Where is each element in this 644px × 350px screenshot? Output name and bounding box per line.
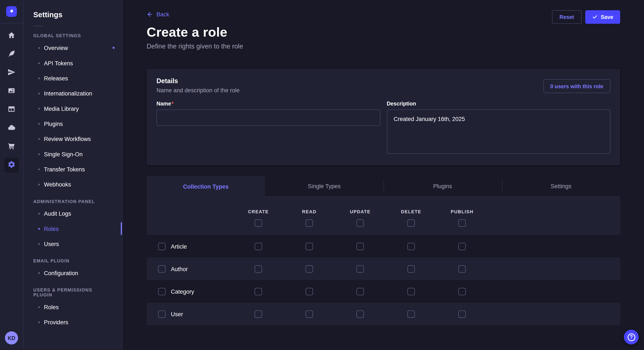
checkbox-article-update[interactable] (356, 243, 364, 250)
row-label: Category (171, 288, 194, 295)
sidebar-item-webhooks[interactable]: Webhooks (24, 177, 122, 192)
checkbox-select-all-update[interactable] (356, 219, 364, 227)
checkbox-author-delete[interactable] (408, 265, 415, 273)
cell-article-create (233, 243, 284, 250)
sidebar-item-media-library[interactable]: Media Library (24, 101, 122, 116)
bullet-icon (38, 169, 40, 170)
sidebar-item-overview[interactable]: Overview (24, 40, 122, 55)
checkbox-select-row-user[interactable] (158, 310, 166, 318)
cell-author-read (284, 265, 335, 273)
bullet-icon (38, 47, 40, 49)
column-delete: DELETE (386, 209, 436, 227)
help-button[interactable]: ? (624, 330, 638, 345)
rail-item-feather[interactable] (4, 47, 19, 62)
sidebar-item-review-workflows[interactable]: Review Workflows (24, 131, 122, 146)
bullet-icon (38, 183, 40, 185)
checkbox-select-all-create[interactable] (255, 219, 262, 227)
bullet-icon (38, 306, 40, 308)
tab-collection-types[interactable]: Collection Types (146, 176, 265, 197)
checkbox-user-create[interactable] (255, 310, 262, 318)
column-label: READ (302, 209, 316, 214)
sidebar-item-internationalization[interactable]: Internationalization (24, 86, 122, 101)
rail-item-paper-plane[interactable] (4, 66, 19, 80)
sidebar-item-api-tokens[interactable]: API Tokens (24, 55, 122, 70)
permissions-table: CREATEREADUPDATEDELETEPUBLISH ArticleAut… (146, 196, 620, 325)
bullet-icon (38, 123, 40, 125)
row-label-cell: Author (146, 265, 233, 273)
checkbox-select-all-delete[interactable] (408, 219, 415, 227)
checkbox-select-row-article[interactable] (158, 243, 166, 250)
bullet-icon (38, 153, 40, 155)
feather-icon (8, 49, 16, 59)
bullet-icon (38, 108, 40, 109)
rail-item-media-library[interactable] (4, 84, 19, 99)
sidebar-item-roles[interactable]: Roles (24, 299, 122, 315)
section-label: EMAIL PLUGIN (24, 258, 122, 263)
checkbox-category-create[interactable] (255, 288, 262, 295)
cell-user-publish (436, 310, 488, 318)
sidebar-item-single-sign-on[interactable]: Single Sign-On (24, 146, 122, 161)
bullet-icon (38, 93, 40, 94)
checkbox-author-update[interactable] (356, 265, 364, 273)
user-avatar[interactable]: KD (5, 331, 18, 345)
checkbox-category-read[interactable] (306, 288, 313, 295)
sidebar-item-plugins[interactable]: Plugins (24, 116, 122, 131)
sidebar-item-providers[interactable]: Providers (24, 315, 122, 330)
column-read: READ (284, 209, 335, 227)
sidebar-section-users-permissions-plugin: USERS & PERMISSIONS PLUGINRolesProviders (24, 288, 122, 330)
checkbox-select-row-author[interactable] (158, 265, 166, 273)
save-button[interactable]: Save (585, 10, 620, 24)
cell-author-create (233, 265, 284, 273)
name-label: Name* (156, 100, 380, 107)
cell-category-publish (436, 288, 488, 295)
checkbox-article-delete[interactable] (408, 243, 415, 250)
required-mark: * (172, 100, 174, 107)
checkbox-user-update[interactable] (356, 310, 364, 318)
rail-item-home[interactable] (4, 29, 19, 43)
back-link[interactable]: Back (146, 11, 169, 18)
sidebar-item-transfer-tokens[interactable]: Transfer Tokens (24, 162, 122, 177)
rail-item-layout[interactable] (4, 103, 19, 117)
checkbox-author-read[interactable] (306, 265, 313, 273)
tab-single-types[interactable]: Single Types (265, 176, 383, 196)
sidebar-item-audit-logs[interactable]: Audit Logs (24, 206, 122, 221)
checkbox-article-read[interactable] (306, 243, 313, 250)
sidebar-item-users[interactable]: Users (24, 236, 122, 251)
tab-plugins[interactable]: Plugins (383, 176, 502, 196)
column-label: DELETE (401, 209, 421, 214)
save-label: Save (601, 14, 613, 20)
back-label: Back (156, 11, 169, 18)
sidebar-item-roles[interactable]: Roles (24, 221, 122, 236)
description-textarea[interactable]: Created January 16th, 2025 (387, 110, 610, 154)
checkbox-article-publish[interactable] (458, 243, 466, 250)
name-input[interactable] (156, 110, 380, 126)
details-card-header: Details Name and description of the role… (156, 77, 610, 93)
bullet-icon (38, 62, 40, 64)
checkbox-user-publish[interactable] (458, 310, 466, 318)
checkbox-category-delete[interactable] (408, 288, 415, 295)
rail-item-settings-gear[interactable] (4, 158, 19, 173)
row-label: User (171, 311, 183, 317)
sidebar-item-configuration[interactable]: Configuration (24, 265, 122, 280)
reset-button[interactable]: Reset (552, 10, 582, 24)
strapi-logo-icon[interactable] (6, 6, 17, 17)
checkbox-select-all-publish[interactable] (458, 219, 466, 227)
checkbox-user-delete[interactable] (408, 310, 415, 318)
checkbox-select-all-read[interactable] (306, 219, 313, 227)
checkbox-category-update[interactable] (356, 288, 364, 295)
checkbox-author-publish[interactable] (458, 265, 466, 273)
checkbox-user-read[interactable] (306, 310, 313, 318)
cell-category-delete (386, 288, 436, 295)
checkbox-select-row-category[interactable] (158, 288, 166, 295)
rail-item-cloud[interactable] (4, 121, 19, 136)
tab-settings[interactable]: Settings (502, 176, 620, 196)
paper-plane-icon (8, 68, 16, 78)
checkbox-article-create[interactable] (255, 243, 262, 250)
sidebar-item-label: Plugins (44, 120, 63, 127)
users-with-role-button[interactable]: 0 users with this role (543, 79, 610, 93)
checkbox-category-publish[interactable] (458, 288, 466, 295)
checkbox-author-create[interactable] (255, 265, 262, 273)
rail-item-marketplace-cart[interactable] (4, 140, 19, 154)
cell-author-delete (386, 265, 436, 273)
sidebar-item-releases[interactable]: Releases (24, 71, 122, 86)
